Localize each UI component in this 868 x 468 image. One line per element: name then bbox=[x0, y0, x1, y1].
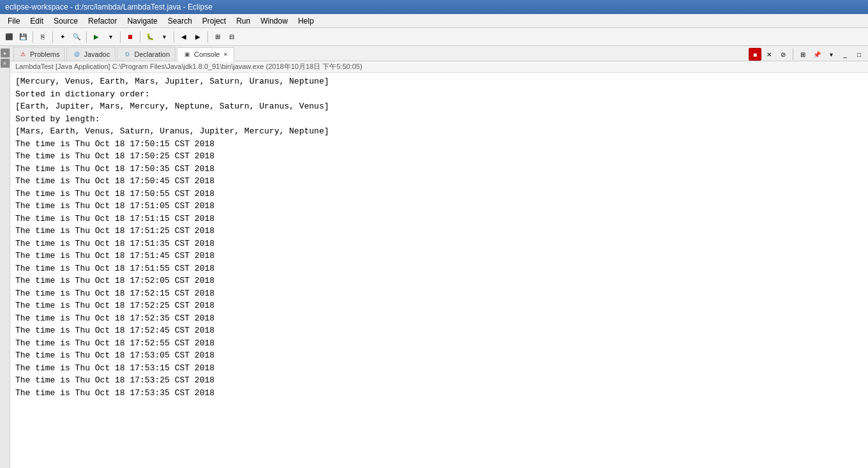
console-line: The time is Thu Oct 18 17:52:25 CST 2018 bbox=[15, 299, 863, 312]
new-button[interactable]: ⬛ bbox=[3, 31, 15, 43]
console-info-text: LambdaTest [Java Application] C:\Program… bbox=[15, 62, 363, 72]
toolbar: ⬛ 💾 ⎘ ✦ 🔍 ▶ ▾ ⏹ 🐛 ▾ ◀ ▶ ⊞ ⊟ bbox=[0, 28, 868, 46]
open-console-button[interactable]: ⊞ bbox=[797, 48, 809, 61]
menu-file[interactable]: File bbox=[3, 15, 25, 27]
console-line: The time is Thu Oct 18 17:52:15 CST 2018 bbox=[15, 287, 863, 300]
run-dropdown[interactable]: ▾ bbox=[104, 31, 117, 43]
toolbar-separator-3 bbox=[86, 31, 87, 43]
console-line: The time is Thu Oct 18 17:51:05 CST 2018 bbox=[15, 200, 863, 213]
javadoc-icon: @ bbox=[72, 50, 81, 59]
search-button[interactable]: 🔍 bbox=[70, 31, 83, 43]
menu-refactor[interactable]: Refactor bbox=[83, 15, 122, 27]
console-line: The time is Thu Oct 18 17:50:55 CST 2018 bbox=[15, 188, 863, 200]
console-line: [Mars, Earth, Venus, Saturn, Uranus, Jup… bbox=[15, 125, 863, 138]
console-line: The time is Thu Oct 18 17:51:15 CST 2018 bbox=[15, 213, 863, 225]
tab-javadoc[interactable]: @ Javadoc bbox=[66, 47, 116, 61]
refactor-button[interactable]: ✦ bbox=[56, 31, 69, 43]
clear-console-button[interactable]: ⊘ bbox=[777, 48, 789, 61]
toolbar-separator-1 bbox=[33, 31, 33, 43]
menu-navigate[interactable]: Navigate bbox=[122, 15, 162, 27]
title-text: eclipse-workspace - d:/src/lambda/Lambda… bbox=[5, 3, 213, 11]
debug-dropdown[interactable]: ▾ bbox=[158, 31, 170, 43]
console-line: The time is Thu Oct 18 17:51:55 CST 2018 bbox=[15, 262, 863, 275]
pin-console-button[interactable]: 📌 bbox=[811, 48, 823, 61]
console-line: Sorted in dictionary order: bbox=[15, 88, 863, 101]
minimize-view-button[interactable]: _ bbox=[839, 48, 851, 61]
tab-javadoc-label: Javadoc bbox=[84, 50, 110, 58]
console-close-button[interactable]: ✕ bbox=[222, 51, 228, 57]
left-sidebar: ▸ ≡ bbox=[0, 46, 10, 468]
declaration-icon: D bbox=[123, 50, 131, 59]
console-line: The time is Thu Oct 18 17:52:45 CST 2018 bbox=[15, 324, 863, 337]
console-line: The time is Thu Oct 18 17:53:05 CST 2018 bbox=[15, 349, 863, 362]
console-line: The time is Thu Oct 18 17:51:45 CST 2018 bbox=[15, 250, 863, 262]
tab-declaration-label: Declaration bbox=[134, 50, 170, 58]
console-line: The time is Thu Oct 18 17:50:35 CST 2018 bbox=[15, 163, 863, 176]
tab-bar: ⚠ Problems @ Javadoc D Declaration ▣ Con… bbox=[10, 46, 868, 61]
console-line: The time is Thu Oct 18 17:53:35 CST 2018 bbox=[15, 387, 863, 400]
tab-console-label: Console bbox=[194, 50, 220, 58]
next-button[interactable]: ▶ bbox=[191, 31, 204, 43]
main-area: ⚠ Problems @ Javadoc D Declaration ▣ Con… bbox=[10, 46, 868, 468]
toolbar-separator-4 bbox=[120, 31, 121, 43]
console-line: The time is Thu Oct 18 17:50:25 CST 2018 bbox=[15, 150, 863, 163]
sidebar-icon-1[interactable]: ▸ bbox=[1, 49, 10, 57]
title-bar: eclipse-workspace - d:/src/lambda/Lambda… bbox=[0, 0, 868, 14]
menu-bar: File Edit Source Refactor Navigate Searc… bbox=[0, 14, 868, 28]
console-line: The time is Thu Oct 18 17:50:15 CST 2018 bbox=[15, 138, 863, 151]
tab-console[interactable]: ▣ Console ✕ bbox=[177, 47, 234, 61]
console-line: The time is Thu Oct 18 17:53:25 CST 2018 bbox=[15, 374, 863, 387]
tab-controls-sep bbox=[793, 49, 793, 60]
prev-button[interactable]: ◀ bbox=[177, 31, 190, 43]
tab-declaration[interactable]: D Declaration bbox=[117, 47, 176, 61]
views-button[interactable]: ⊟ bbox=[225, 31, 238, 43]
menu-source[interactable]: Source bbox=[49, 15, 83, 27]
debug-button[interactable]: 🐛 bbox=[144, 31, 156, 43]
console-line: The time is Thu Oct 18 17:52:55 CST 2018 bbox=[15, 337, 863, 350]
console-line: The time is Thu Oct 18 17:52:35 CST 2018 bbox=[15, 312, 863, 325]
menu-edit[interactable]: Edit bbox=[25, 15, 49, 27]
menu-project[interactable]: Project bbox=[197, 15, 231, 27]
toolbar-separator-7 bbox=[207, 31, 208, 43]
problems-icon: ⚠ bbox=[19, 50, 27, 59]
view-menu-button[interactable]: ▾ bbox=[825, 48, 837, 61]
console-line: The time is Thu Oct 18 17:51:35 CST 2018 bbox=[15, 238, 863, 250]
print-button[interactable]: ⎘ bbox=[36, 31, 49, 43]
menu-window[interactable]: Window bbox=[255, 15, 293, 27]
stop-button[interactable]: ⏹ bbox=[124, 31, 137, 43]
toolbar-separator-5 bbox=[140, 31, 140, 43]
console-icon: ▣ bbox=[183, 50, 191, 59]
maximize-view-button[interactable]: □ bbox=[853, 48, 865, 61]
console-line: The time is Thu Oct 18 17:53:15 CST 2018 bbox=[15, 362, 863, 375]
toolbar-separator-6 bbox=[174, 31, 174, 43]
console-info-bar: LambdaTest [Java Application] C:\Program… bbox=[10, 61, 868, 73]
console-line: The time is Thu Oct 18 17:50:45 CST 2018 bbox=[15, 175, 863, 188]
console-line: Sorted by length: bbox=[15, 113, 863, 126]
tab-controls-right: ■ ✕ ⊘ ⊞ 📌 ▾ _ □ bbox=[749, 48, 865, 61]
perspective-button[interactable]: ⊞ bbox=[211, 31, 224, 43]
remove-launch-button[interactable]: ✕ bbox=[763, 48, 775, 61]
console-line: The time is Thu Oct 18 17:52:05 CST 2018 bbox=[15, 275, 863, 287]
menu-run[interactable]: Run bbox=[231, 15, 255, 27]
tab-problems-label: Problems bbox=[30, 50, 59, 58]
run-button[interactable]: ▶ bbox=[90, 31, 103, 43]
console-line: The time is Thu Oct 18 17:51:25 CST 2018 bbox=[15, 225, 863, 238]
sidebar-icon-2[interactable]: ≡ bbox=[1, 59, 10, 68]
console-line: [Mercury, Venus, Earth, Mars, Jupiter, S… bbox=[15, 75, 863, 88]
console-output[interactable]: [Mercury, Venus, Earth, Mars, Jupiter, S… bbox=[10, 73, 868, 468]
menu-help[interactable]: Help bbox=[293, 15, 319, 27]
toolbar-separator-2 bbox=[52, 31, 53, 43]
save-button[interactable]: 💾 bbox=[17, 31, 29, 43]
tab-problems[interactable]: ⚠ Problems bbox=[13, 47, 65, 61]
menu-search[interactable]: Search bbox=[163, 15, 197, 27]
terminate-button[interactable]: ■ bbox=[749, 48, 761, 61]
console-line: [Earth, Jupiter, Mars, Mercury, Neptune,… bbox=[15, 100, 863, 113]
